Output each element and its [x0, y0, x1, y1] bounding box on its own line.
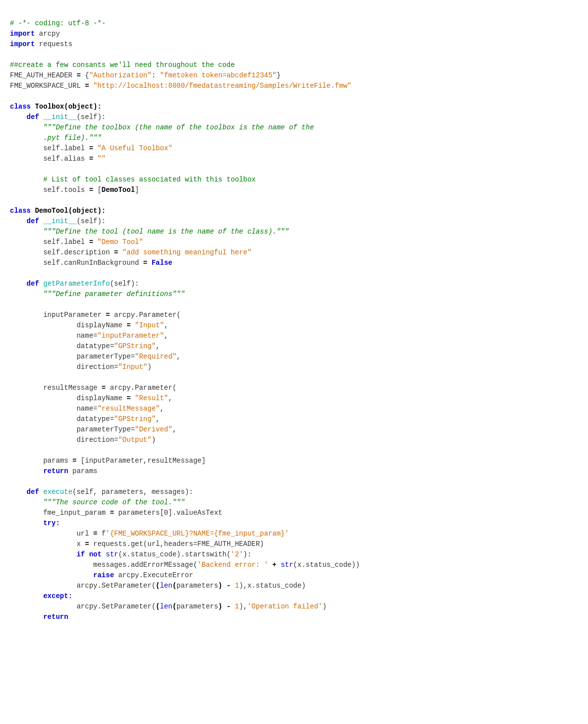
line-56-except: except:	[43, 592, 72, 600]
line-6-var: FME_AUTH_HEADER	[10, 71, 72, 79]
line-11-docstring: """Define the toolbox (the name of the t…	[43, 123, 314, 131]
line-52-if: if	[76, 550, 85, 558]
line-5-comment: ##create a few consants we'll need throu…	[10, 61, 235, 69]
line-12-docstring: .pyt file)."""	[10, 134, 102, 142]
line-47-docstring: """The source code of the tool."""	[43, 498, 185, 506]
line-58-return: return	[43, 613, 68, 621]
line-2-import: import	[10, 30, 35, 38]
line-19-class: class	[10, 207, 31, 215]
line-44-return: return	[43, 467, 68, 475]
line-9-class: class	[10, 103, 31, 111]
line-46-def: def	[27, 488, 39, 496]
line-1: # -*- coding: utf-8 -*-	[10, 19, 106, 27]
line-7-var: FME_WORKSPACE_URL	[10, 82, 81, 90]
line-49-try: try:	[43, 519, 60, 527]
line-10-def: def	[27, 113, 39, 121]
line-26-def: def	[27, 280, 39, 288]
line-27-docstring: """Define parameter definitions"""	[43, 290, 185, 298]
line-16-comment: # List of tool classes associated with t…	[43, 176, 255, 183]
line-20-def: def	[27, 217, 39, 225]
code-editor: # -*- coding: utf-8 -*- import arcpy imp…	[10, 8, 578, 622]
line-21-docstring: """Define the tool (tool name is the nam…	[43, 228, 289, 236]
line-3-import: import	[10, 40, 35, 48]
